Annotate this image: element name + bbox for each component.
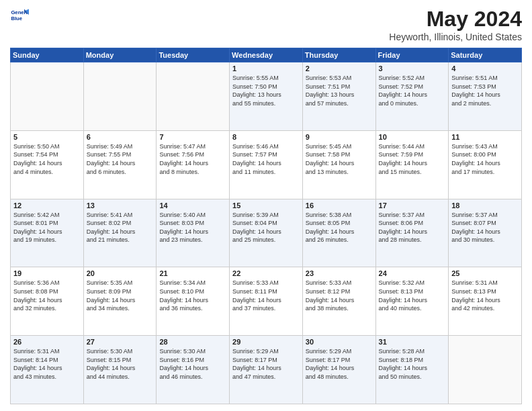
day-number: 7 <box>159 133 226 141</box>
day-number: 21 <box>159 269 226 277</box>
day-info: Sunrise: 5:47 AM Sunset: 7:56 PM Dayligh… <box>159 142 226 176</box>
day-number: 26 <box>13 338 81 346</box>
day-info: Sunrise: 5:53 AM Sunset: 7:51 PM Dayligh… <box>306 74 373 107</box>
day-info: Sunrise: 5:44 AM Sunset: 7:59 PM Dayligh… <box>379 142 446 176</box>
day-info: Sunrise: 5:30 AM Sunset: 8:15 PM Dayligh… <box>87 347 154 381</box>
calendar-cell: 31Sunrise: 5:28 AM Sunset: 8:18 PM Dayli… <box>375 336 449 404</box>
col-monday: Monday <box>83 48 157 62</box>
day-info: Sunrise: 5:49 AM Sunset: 7:55 PM Dayligh… <box>87 142 154 176</box>
day-info: Sunrise: 5:36 AM Sunset: 8:08 PM Dayligh… <box>13 279 81 312</box>
day-info: Sunrise: 5:35 AM Sunset: 8:09 PM Dayligh… <box>87 279 154 312</box>
calendar-cell: 20Sunrise: 5:35 AM Sunset: 8:09 PM Dayli… <box>83 267 157 336</box>
day-number: 2 <box>306 64 373 73</box>
day-number: 9 <box>306 133 373 141</box>
day-number: 8 <box>232 133 300 141</box>
calendar-cell: 1Sunrise: 5:55 AM Sunset: 7:50 PM Daylig… <box>230 62 303 131</box>
day-info: Sunrise: 5:37 AM Sunset: 8:07 PM Dayligh… <box>451 211 519 244</box>
calendar-cell: 16Sunrise: 5:38 AM Sunset: 8:05 PM Dayli… <box>302 199 375 267</box>
col-sunday: Sunday <box>11 48 84 62</box>
title-block: May 2024 Heyworth, Illinois, United Stat… <box>389 7 522 42</box>
col-saturday: Saturday <box>449 48 522 62</box>
day-number: 1 <box>232 64 300 73</box>
page: General Blue May 2024 Heyworth, Illinois… <box>0 0 532 411</box>
day-number: 31 <box>379 338 446 346</box>
day-number: 20 <box>87 269 154 277</box>
day-number: 11 <box>451 133 519 141</box>
calendar-cell: 7Sunrise: 5:47 AM Sunset: 7:56 PM Daylig… <box>157 130 230 199</box>
day-number: 10 <box>379 133 446 141</box>
calendar-cell: 2Sunrise: 5:53 AM Sunset: 7:51 PM Daylig… <box>302 62 375 131</box>
calendar-cell: 15Sunrise: 5:39 AM Sunset: 8:04 PM Dayli… <box>230 199 303 267</box>
calendar-cell: 4Sunrise: 5:51 AM Sunset: 7:53 PM Daylig… <box>449 62 522 131</box>
day-number: 29 <box>232 338 300 346</box>
calendar-table: Sunday Monday Tuesday Wednesday Thursday… <box>10 48 522 404</box>
calendar-cell: 12Sunrise: 5:42 AM Sunset: 8:01 PM Dayli… <box>11 199 84 267</box>
day-number: 22 <box>232 269 300 277</box>
calendar-cell: 23Sunrise: 5:33 AM Sunset: 8:12 PM Dayli… <box>302 267 375 336</box>
day-number: 27 <box>87 338 154 346</box>
day-number: 23 <box>306 269 373 277</box>
day-info: Sunrise: 5:45 AM Sunset: 7:58 PM Dayligh… <box>306 142 373 176</box>
calendar-cell: 9Sunrise: 5:45 AM Sunset: 7:58 PM Daylig… <box>302 130 375 199</box>
calendar-cell: 30Sunrise: 5:29 AM Sunset: 8:17 PM Dayli… <box>302 336 375 404</box>
day-info: Sunrise: 5:34 AM Sunset: 8:10 PM Dayligh… <box>159 279 226 312</box>
day-info: Sunrise: 5:28 AM Sunset: 8:18 PM Dayligh… <box>379 347 446 381</box>
day-info: Sunrise: 5:55 AM Sunset: 7:50 PM Dayligh… <box>232 74 300 107</box>
logo: General Blue <box>10 7 29 26</box>
calendar-cell: 18Sunrise: 5:37 AM Sunset: 8:07 PM Dayli… <box>449 199 522 267</box>
calendar-cell: 17Sunrise: 5:37 AM Sunset: 8:06 PM Dayli… <box>375 199 449 267</box>
calendar-cell: 8Sunrise: 5:46 AM Sunset: 7:57 PM Daylig… <box>230 130 303 199</box>
calendar-title: May 2024 <box>389 7 522 32</box>
calendar-cell: 24Sunrise: 5:32 AM Sunset: 8:13 PM Dayli… <box>375 267 449 336</box>
day-info: Sunrise: 5:32 AM Sunset: 8:13 PM Dayligh… <box>379 279 446 312</box>
day-number: 28 <box>159 338 226 346</box>
calendar-cell: 22Sunrise: 5:33 AM Sunset: 8:11 PM Dayli… <box>230 267 303 336</box>
day-info: Sunrise: 5:52 AM Sunset: 7:52 PM Dayligh… <box>379 74 446 107</box>
col-wednesday: Wednesday <box>230 48 303 62</box>
calendar-cell: 29Sunrise: 5:29 AM Sunset: 8:17 PM Dayli… <box>230 336 303 404</box>
day-info: Sunrise: 5:29 AM Sunset: 8:17 PM Dayligh… <box>306 347 373 381</box>
calendar-cell: 26Sunrise: 5:31 AM Sunset: 8:14 PM Dayli… <box>11 336 84 404</box>
calendar-cell: 10Sunrise: 5:44 AM Sunset: 7:59 PM Dayli… <box>375 130 449 199</box>
day-number: 3 <box>379 64 446 73</box>
col-tuesday: Tuesday <box>157 48 230 62</box>
day-info: Sunrise: 5:33 AM Sunset: 8:12 PM Dayligh… <box>306 279 373 312</box>
day-number: 12 <box>13 201 81 210</box>
day-info: Sunrise: 5:37 AM Sunset: 8:06 PM Dayligh… <box>379 211 446 244</box>
day-number: 24 <box>379 269 446 277</box>
calendar-cell: 27Sunrise: 5:30 AM Sunset: 8:15 PM Dayli… <box>83 336 157 404</box>
day-info: Sunrise: 5:42 AM Sunset: 8:01 PM Dayligh… <box>13 211 81 244</box>
day-info: Sunrise: 5:30 AM Sunset: 8:16 PM Dayligh… <box>159 347 226 381</box>
calendar-cell <box>83 62 157 131</box>
header: General Blue May 2024 Heyworth, Illinois… <box>10 7 522 42</box>
day-info: Sunrise: 5:29 AM Sunset: 8:17 PM Dayligh… <box>232 347 300 381</box>
day-number: 4 <box>451 64 519 73</box>
calendar-cell: 19Sunrise: 5:36 AM Sunset: 8:08 PM Dayli… <box>11 267 84 336</box>
day-number: 25 <box>451 269 519 277</box>
day-number: 19 <box>13 269 81 277</box>
calendar-cell: 25Sunrise: 5:31 AM Sunset: 8:13 PM Dayli… <box>449 267 522 336</box>
calendar-cell: 21Sunrise: 5:34 AM Sunset: 8:10 PM Dayli… <box>157 267 230 336</box>
day-info: Sunrise: 5:46 AM Sunset: 7:57 PM Dayligh… <box>232 142 300 176</box>
calendar-week-row: 12Sunrise: 5:42 AM Sunset: 8:01 PM Dayli… <box>11 199 522 267</box>
day-number: 16 <box>306 201 373 210</box>
day-number: 13 <box>87 201 154 210</box>
day-info: Sunrise: 5:31 AM Sunset: 8:13 PM Dayligh… <box>451 279 519 312</box>
day-number: 30 <box>306 338 373 346</box>
day-number: 15 <box>232 201 300 210</box>
calendar-cell: 28Sunrise: 5:30 AM Sunset: 8:16 PM Dayli… <box>157 336 230 404</box>
calendar-week-row: 19Sunrise: 5:36 AM Sunset: 8:08 PM Dayli… <box>11 267 522 336</box>
day-info: Sunrise: 5:43 AM Sunset: 8:00 PM Dayligh… <box>451 142 519 176</box>
calendar-cell: 14Sunrise: 5:40 AM Sunset: 8:03 PM Dayli… <box>157 199 230 267</box>
day-info: Sunrise: 5:41 AM Sunset: 8:02 PM Dayligh… <box>87 211 154 244</box>
calendar-cell <box>157 62 230 131</box>
col-thursday: Thursday <box>302 48 375 62</box>
day-number: 5 <box>13 133 81 141</box>
day-number: 17 <box>379 201 446 210</box>
calendar-cell: 3Sunrise: 5:52 AM Sunset: 7:52 PM Daylig… <box>375 62 449 131</box>
day-info: Sunrise: 5:40 AM Sunset: 8:03 PM Dayligh… <box>159 211 226 244</box>
day-info: Sunrise: 5:31 AM Sunset: 8:14 PM Dayligh… <box>13 347 81 381</box>
calendar-subtitle: Heyworth, Illinois, United States <box>389 32 522 42</box>
svg-text:Blue: Blue <box>11 15 22 21</box>
logo-icon: General Blue <box>10 7 29 26</box>
